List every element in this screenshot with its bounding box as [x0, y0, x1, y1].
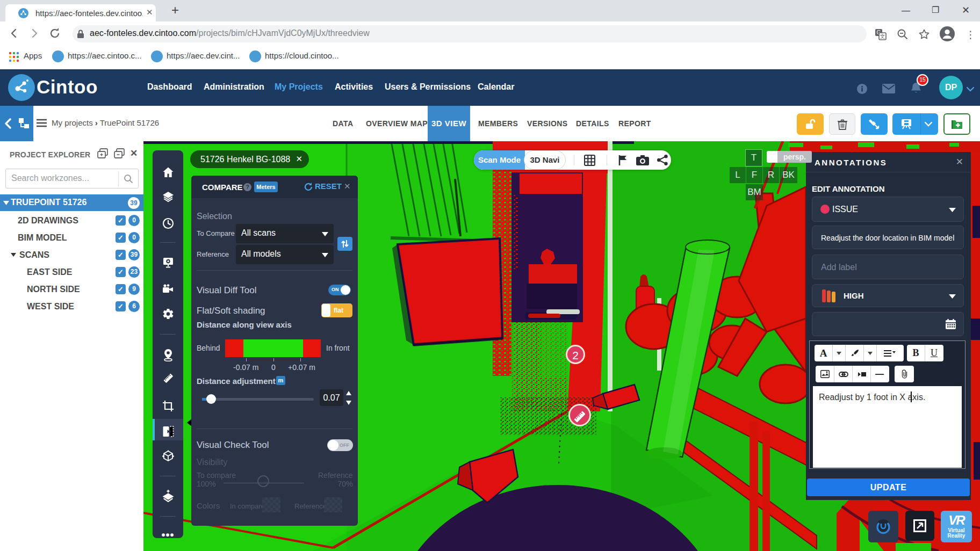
svg-text:文: 文: [880, 33, 885, 39]
